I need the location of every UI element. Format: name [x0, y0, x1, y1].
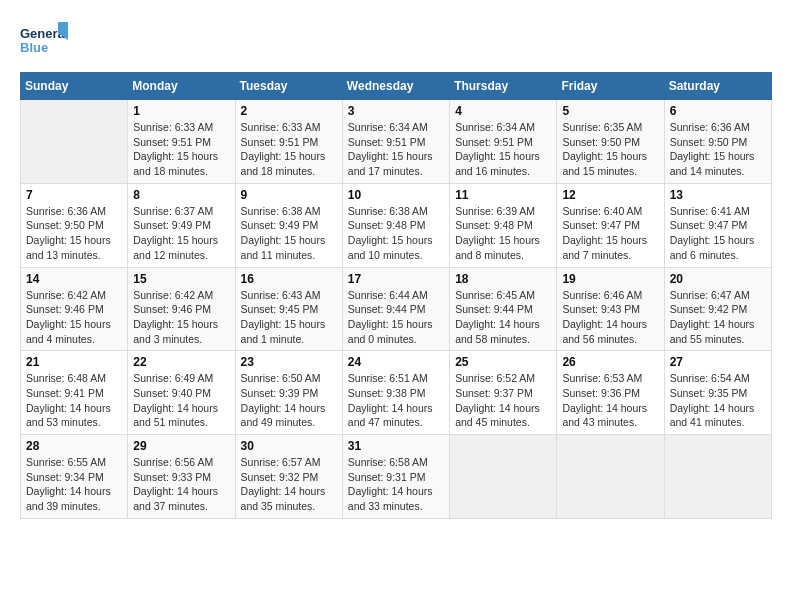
day-number: 20 — [670, 272, 766, 286]
header-tuesday: Tuesday — [235, 73, 342, 100]
header-saturday: Saturday — [664, 73, 771, 100]
day-info: Sunrise: 6:48 AM Sunset: 9:41 PM Dayligh… — [26, 371, 122, 430]
day-info: Sunrise: 6:53 AM Sunset: 9:36 PM Dayligh… — [562, 371, 658, 430]
day-info: Sunrise: 6:42 AM Sunset: 9:46 PM Dayligh… — [26, 288, 122, 347]
day-number: 25 — [455, 355, 551, 369]
day-number: 12 — [562, 188, 658, 202]
day-number: 18 — [455, 272, 551, 286]
day-cell: 10Sunrise: 6:38 AM Sunset: 9:48 PM Dayli… — [342, 183, 449, 267]
day-number: 31 — [348, 439, 444, 453]
day-cell: 26Sunrise: 6:53 AM Sunset: 9:36 PM Dayli… — [557, 351, 664, 435]
day-info: Sunrise: 6:44 AM Sunset: 9:44 PM Dayligh… — [348, 288, 444, 347]
day-number: 21 — [26, 355, 122, 369]
day-cell — [664, 435, 771, 519]
day-number: 24 — [348, 355, 444, 369]
header-thursday: Thursday — [450, 73, 557, 100]
day-number: 3 — [348, 104, 444, 118]
day-number: 6 — [670, 104, 766, 118]
logo-svg: General Blue — [20, 20, 70, 62]
day-number: 15 — [133, 272, 229, 286]
week-row-2: 14Sunrise: 6:42 AM Sunset: 9:46 PM Dayli… — [21, 267, 772, 351]
day-cell: 8Sunrise: 6:37 AM Sunset: 9:49 PM Daylig… — [128, 183, 235, 267]
day-number: 19 — [562, 272, 658, 286]
day-number: 28 — [26, 439, 122, 453]
day-info: Sunrise: 6:55 AM Sunset: 9:34 PM Dayligh… — [26, 455, 122, 514]
day-info: Sunrise: 6:47 AM Sunset: 9:42 PM Dayligh… — [670, 288, 766, 347]
day-cell: 1Sunrise: 6:33 AM Sunset: 9:51 PM Daylig… — [128, 100, 235, 184]
day-number: 4 — [455, 104, 551, 118]
week-row-1: 7Sunrise: 6:36 AM Sunset: 9:50 PM Daylig… — [21, 183, 772, 267]
day-info: Sunrise: 6:33 AM Sunset: 9:51 PM Dayligh… — [133, 120, 229, 179]
day-info: Sunrise: 6:54 AM Sunset: 9:35 PM Dayligh… — [670, 371, 766, 430]
day-cell: 22Sunrise: 6:49 AM Sunset: 9:40 PM Dayli… — [128, 351, 235, 435]
day-info: Sunrise: 6:58 AM Sunset: 9:31 PM Dayligh… — [348, 455, 444, 514]
day-cell: 21Sunrise: 6:48 AM Sunset: 9:41 PM Dayli… — [21, 351, 128, 435]
day-number: 22 — [133, 355, 229, 369]
day-number: 5 — [562, 104, 658, 118]
day-info: Sunrise: 6:39 AM Sunset: 9:48 PM Dayligh… — [455, 204, 551, 263]
day-cell: 31Sunrise: 6:58 AM Sunset: 9:31 PM Dayli… — [342, 435, 449, 519]
day-cell: 29Sunrise: 6:56 AM Sunset: 9:33 PM Dayli… — [128, 435, 235, 519]
day-cell: 20Sunrise: 6:47 AM Sunset: 9:42 PM Dayli… — [664, 267, 771, 351]
day-info: Sunrise: 6:36 AM Sunset: 9:50 PM Dayligh… — [26, 204, 122, 263]
header-sunday: Sunday — [21, 73, 128, 100]
day-cell: 6Sunrise: 6:36 AM Sunset: 9:50 PM Daylig… — [664, 100, 771, 184]
day-cell: 23Sunrise: 6:50 AM Sunset: 9:39 PM Dayli… — [235, 351, 342, 435]
day-number: 9 — [241, 188, 337, 202]
calendar: SundayMondayTuesdayWednesdayThursdayFrid… — [20, 72, 772, 519]
day-cell: 13Sunrise: 6:41 AM Sunset: 9:47 PM Dayli… — [664, 183, 771, 267]
day-info: Sunrise: 6:49 AM Sunset: 9:40 PM Dayligh… — [133, 371, 229, 430]
day-number: 2 — [241, 104, 337, 118]
day-info: Sunrise: 6:34 AM Sunset: 9:51 PM Dayligh… — [348, 120, 444, 179]
day-info: Sunrise: 6:46 AM Sunset: 9:43 PM Dayligh… — [562, 288, 658, 347]
day-info: Sunrise: 6:42 AM Sunset: 9:46 PM Dayligh… — [133, 288, 229, 347]
header-wednesday: Wednesday — [342, 73, 449, 100]
day-cell: 9Sunrise: 6:38 AM Sunset: 9:49 PM Daylig… — [235, 183, 342, 267]
day-number: 7 — [26, 188, 122, 202]
day-cell: 12Sunrise: 6:40 AM Sunset: 9:47 PM Dayli… — [557, 183, 664, 267]
day-number: 13 — [670, 188, 766, 202]
day-info: Sunrise: 6:38 AM Sunset: 9:49 PM Dayligh… — [241, 204, 337, 263]
day-cell: 5Sunrise: 6:35 AM Sunset: 9:50 PM Daylig… — [557, 100, 664, 184]
day-info: Sunrise: 6:40 AM Sunset: 9:47 PM Dayligh… — [562, 204, 658, 263]
day-cell — [557, 435, 664, 519]
week-row-4: 28Sunrise: 6:55 AM Sunset: 9:34 PM Dayli… — [21, 435, 772, 519]
day-info: Sunrise: 6:51 AM Sunset: 9:38 PM Dayligh… — [348, 371, 444, 430]
day-cell: 27Sunrise: 6:54 AM Sunset: 9:35 PM Dayli… — [664, 351, 771, 435]
day-info: Sunrise: 6:50 AM Sunset: 9:39 PM Dayligh… — [241, 371, 337, 430]
day-info: Sunrise: 6:37 AM Sunset: 9:49 PM Dayligh… — [133, 204, 229, 263]
calendar-header-row: SundayMondayTuesdayWednesdayThursdayFrid… — [21, 73, 772, 100]
day-cell: 16Sunrise: 6:43 AM Sunset: 9:45 PM Dayli… — [235, 267, 342, 351]
day-info: Sunrise: 6:43 AM Sunset: 9:45 PM Dayligh… — [241, 288, 337, 347]
day-info: Sunrise: 6:41 AM Sunset: 9:47 PM Dayligh… — [670, 204, 766, 263]
day-cell: 18Sunrise: 6:45 AM Sunset: 9:44 PM Dayli… — [450, 267, 557, 351]
logo: General Blue — [20, 20, 70, 62]
day-cell: 4Sunrise: 6:34 AM Sunset: 9:51 PM Daylig… — [450, 100, 557, 184]
day-info: Sunrise: 6:34 AM Sunset: 9:51 PM Dayligh… — [455, 120, 551, 179]
day-info: Sunrise: 6:57 AM Sunset: 9:32 PM Dayligh… — [241, 455, 337, 514]
day-number: 10 — [348, 188, 444, 202]
day-number: 26 — [562, 355, 658, 369]
day-number: 1 — [133, 104, 229, 118]
header-monday: Monday — [128, 73, 235, 100]
header-friday: Friday — [557, 73, 664, 100]
week-row-3: 21Sunrise: 6:48 AM Sunset: 9:41 PM Dayli… — [21, 351, 772, 435]
day-number: 11 — [455, 188, 551, 202]
day-info: Sunrise: 6:56 AM Sunset: 9:33 PM Dayligh… — [133, 455, 229, 514]
day-info: Sunrise: 6:45 AM Sunset: 9:44 PM Dayligh… — [455, 288, 551, 347]
day-cell: 17Sunrise: 6:44 AM Sunset: 9:44 PM Dayli… — [342, 267, 449, 351]
day-number: 17 — [348, 272, 444, 286]
day-cell: 28Sunrise: 6:55 AM Sunset: 9:34 PM Dayli… — [21, 435, 128, 519]
day-number: 8 — [133, 188, 229, 202]
day-info: Sunrise: 6:33 AM Sunset: 9:51 PM Dayligh… — [241, 120, 337, 179]
day-cell: 30Sunrise: 6:57 AM Sunset: 9:32 PM Dayli… — [235, 435, 342, 519]
day-info: Sunrise: 6:52 AM Sunset: 9:37 PM Dayligh… — [455, 371, 551, 430]
day-cell: 3Sunrise: 6:34 AM Sunset: 9:51 PM Daylig… — [342, 100, 449, 184]
day-info: Sunrise: 6:38 AM Sunset: 9:48 PM Dayligh… — [348, 204, 444, 263]
day-cell: 2Sunrise: 6:33 AM Sunset: 9:51 PM Daylig… — [235, 100, 342, 184]
day-cell — [450, 435, 557, 519]
day-number: 29 — [133, 439, 229, 453]
week-row-0: 1Sunrise: 6:33 AM Sunset: 9:51 PM Daylig… — [21, 100, 772, 184]
day-number: 23 — [241, 355, 337, 369]
day-info: Sunrise: 6:36 AM Sunset: 9:50 PM Dayligh… — [670, 120, 766, 179]
